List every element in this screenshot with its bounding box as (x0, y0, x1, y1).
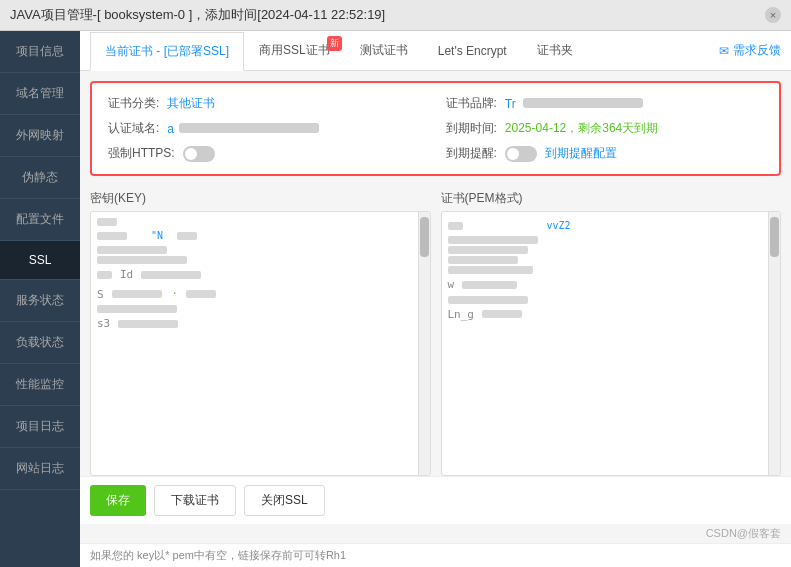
expiry-reminder-config[interactable]: 到期提醒配置 (545, 145, 617, 162)
expiry-reminder-toggle[interactable] (505, 146, 537, 162)
cert-brand-value: Tr (505, 97, 643, 111)
sidebar-item-load-status[interactable]: 负载状态 (0, 322, 80, 364)
main-layout: 项目信息 域名管理 外网映射 伪静态 配置文件 SSL 服务状态 负载状态 性能… (0, 31, 791, 567)
cert-type-label: 证书分类: (108, 95, 159, 112)
cert-panel-title: 证书(PEM格式) (441, 186, 782, 211)
save-button[interactable]: 保存 (90, 485, 146, 516)
content-area: 当前证书 - [已部署SSL] 商用SSL证书 新 测试证书 Let's Enc… (80, 31, 791, 567)
cert-info-grid: 证书分类: 其他证书 证书品牌: Tr 认证域名: (108, 95, 763, 162)
cert-brand-row: 证书品牌: Tr (446, 95, 764, 112)
cert-expiry-label: 到期时间: (446, 120, 497, 137)
title-bar: JAVA项目管理-[ booksystem-0 ]，添加时间[2024-04-1… (0, 0, 791, 31)
cert-expiry-value: 2025-04-12，剩余364天到期 (505, 120, 658, 137)
sidebar-item-ssl[interactable]: SSL (0, 241, 80, 280)
sidebar: 项目信息 域名管理 外网映射 伪静态 配置文件 SSL 服务状态 负载状态 性能… (0, 31, 80, 567)
sidebar-item-project-log[interactable]: 项目日志 (0, 406, 80, 448)
sidebar-item-service-status[interactable]: 服务状态 (0, 280, 80, 322)
sidebar-item-site-log[interactable]: 网站日志 (0, 448, 80, 490)
cert-scrollbar[interactable] (768, 212, 780, 475)
cert-scrollbar-thumb[interactable] (770, 217, 779, 257)
window-title: JAVA项目管理-[ booksystem-0 ]，添加时间[2024-04-1… (10, 6, 385, 24)
sidebar-item-domain-mgmt[interactable]: 域名管理 (0, 73, 80, 115)
sidebar-item-external-map[interactable]: 外网映射 (0, 115, 80, 157)
feedback-label: 需求反馈 (733, 42, 781, 59)
cert-info-box: 证书分类: 其他证书 证书品牌: Tr 认证域名: (90, 81, 781, 176)
key-cert-section: 密钥(KEY) "N Id S· s3 (90, 186, 781, 476)
close-button[interactable]: × (765, 7, 781, 23)
tab-current-cert[interactable]: 当前证书 - [已部署SSL] (90, 32, 244, 71)
cert-expiry-row: 到期时间: 2025-04-12，剩余364天到期 (446, 120, 764, 137)
cert-content: vvZ2 w Ln_g (442, 212, 781, 331)
commercial-ssl-badge: 新 (327, 36, 342, 51)
force-https-label: 强制HTTPS: (108, 145, 175, 162)
watermark: CSDN@假客套 (80, 524, 791, 543)
cert-type-value: 其他证书 (167, 95, 215, 112)
force-https-toggle[interactable] (183, 146, 215, 162)
force-https-row: 强制HTTPS: (108, 145, 426, 162)
footer-buttons: 保存 下载证书 关闭SSL (80, 476, 791, 524)
cert-brand-label: 证书品牌: (446, 95, 497, 112)
download-cert-button[interactable]: 下载证书 (154, 485, 236, 516)
key-panel-title: 密钥(KEY) (90, 186, 431, 211)
cert-domain-label: 认证域名: (108, 120, 159, 137)
sidebar-item-pseudo-static[interactable]: 伪静态 (0, 157, 80, 199)
tab-commercial-ssl[interactable]: 商用SSL证书 新 (244, 31, 345, 70)
key-textarea[interactable]: "N Id S· s3 (90, 211, 431, 476)
cert-type-row: 证书分类: 其他证书 (108, 95, 426, 112)
expiry-reminder-label: 到期提醒: (446, 145, 497, 162)
feedback-icon: ✉ (719, 44, 729, 58)
cert-brand-blurred (523, 98, 643, 108)
cert-textarea[interactable]: vvZ2 w Ln_g (441, 211, 782, 476)
sidebar-item-perf-monitor[interactable]: 性能监控 (0, 364, 80, 406)
tabs-bar: 当前证书 - [已部署SSL] 商用SSL证书 新 测试证书 Let's Enc… (80, 31, 791, 71)
sidebar-item-config-file[interactable]: 配置文件 (0, 199, 80, 241)
cert-domain-blurred (179, 123, 319, 133)
key-scrollbar[interactable] (418, 212, 430, 475)
bottom-hint: 如果您的 key以* pem中有空，链接保存前可可转Rh1 (80, 543, 791, 567)
window: JAVA项目管理-[ booksystem-0 ]，添加时间[2024-04-1… (0, 0, 791, 567)
cert-domain-row: 认证域名: a (108, 120, 426, 137)
key-panel: 密钥(KEY) "N Id S· s3 (90, 186, 431, 476)
cert-domain-value: a (167, 122, 319, 136)
cert-panel: 证书(PEM格式) vvZ2 w Ln_g (441, 186, 782, 476)
key-scrollbar-thumb[interactable] (420, 217, 429, 257)
tab-lets-encrypt[interactable]: Let's Encrypt (423, 33, 522, 69)
feedback-link[interactable]: ✉ 需求反馈 (719, 42, 781, 59)
key-content: "N Id S· s3 (91, 212, 430, 341)
tab-test-cert[interactable]: 测试证书 (345, 31, 423, 70)
sidebar-item-project-info[interactable]: 项目信息 (0, 31, 80, 73)
close-ssl-button[interactable]: 关闭SSL (244, 485, 325, 516)
expiry-reminder-row: 到期提醒: 到期提醒配置 (446, 145, 764, 162)
tab-cert-folder[interactable]: 证书夹 (522, 31, 588, 70)
